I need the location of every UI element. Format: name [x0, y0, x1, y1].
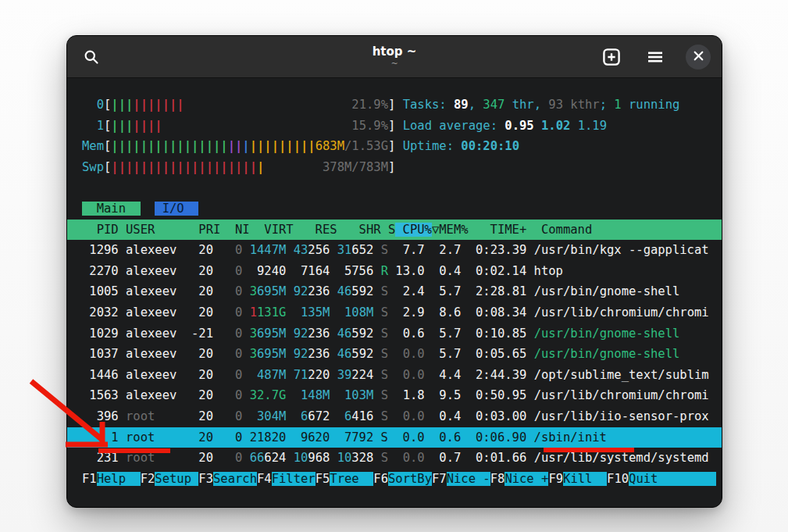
hamburger-menu-icon: [647, 50, 664, 64]
process-row-1005[interactable]: 1005 alexeev 20 0 3695M 92236 46592 S 2.…: [67, 281, 722, 302]
tab-bar[interactable]: Main I/O: [67, 198, 722, 220]
mem-meter: Mem[||||||||||||||||||||||||||||683M/1.5…: [67, 136, 722, 157]
process-row-1-selected[interactable]: 1 root 20 0 21820 9620 7792 S 0.0 0.6 0:…: [67, 427, 722, 448]
process-row-1563[interactable]: 1563 alexeev 20 0 32.7G 148M 103M S 1.8 …: [67, 385, 722, 406]
blank-line: [67, 177, 722, 198]
process-row-2270[interactable]: 2270 alexeev 20 0 9240 7164 5756 R 13.0 …: [67, 261, 722, 282]
console-window: htop ~ ~: [66, 35, 722, 508]
new-tab-icon: [602, 48, 621, 66]
function-key-bar[interactable]: F1Help F2Setup F3SearchF4FilterF5Tree F6…: [67, 469, 722, 490]
swp-meter: Swp[||||||||||||||||||||| 378M/783M]: [67, 157, 722, 178]
menu-button[interactable]: [642, 44, 669, 70]
window-title-stack: htop ~ ~: [373, 45, 417, 69]
new-tab-button[interactable]: [598, 44, 625, 70]
close-button[interactable]: [686, 45, 711, 70]
close-icon: [694, 51, 704, 63]
process-row-1296[interactable]: 1296 alexeev 20 0 1447M 43256 31652 S 7.…: [67, 240, 722, 261]
cpu0-meter: 0[|||||||||| 21.9%] Tasks: 89, 347 thr, …: [67, 95, 722, 116]
process-row-396[interactable]: 396 root 20 0 304M 6672 6416 S 0.0 0.4 0…: [67, 406, 722, 427]
htop-terminal[interactable]: 0[|||||||||| 21.9%] Tasks: 89, 347 thr, …: [67, 78, 722, 489]
cpu1-meter: 1[||||||| 15.9%] Load average: 0.95 1.02…: [67, 116, 722, 137]
process-row-2032[interactable]: 2032 alexeev 20 0 1131G 135M 108M S 2.9 …: [67, 302, 722, 323]
headerbar-controls: [598, 44, 722, 70]
process-row-1037[interactable]: 1037 alexeev 20 0 3695M 92236 46592 S 0.…: [67, 344, 722, 365]
process-row-231[interactable]: 231 root 20 0 66624 10968 10328 S 0.0 0.…: [67, 448, 722, 469]
terminal-lines: 0[|||||||||| 21.9%] Tasks: 89, 347 thr, …: [67, 95, 722, 489]
process-row-1029[interactable]: 1029 alexeev -21 0 3695M 92236 46592 S 0…: [67, 323, 722, 345]
process-row-1446[interactable]: 1446 alexeev 20 0 487M 71220 39224 S 0.0…: [67, 365, 722, 386]
headerbar: htop ~ ~: [67, 36, 722, 78]
window-title: htop ~: [373, 45, 417, 58]
window-subtitle: ~: [373, 59, 417, 69]
search-icon: [84, 49, 99, 65]
table-header[interactable]: PID USER PRI NI VIRT RES SHR S CPU%▽MEM%…: [67, 220, 722, 241]
search-button[interactable]: [78, 44, 105, 70]
